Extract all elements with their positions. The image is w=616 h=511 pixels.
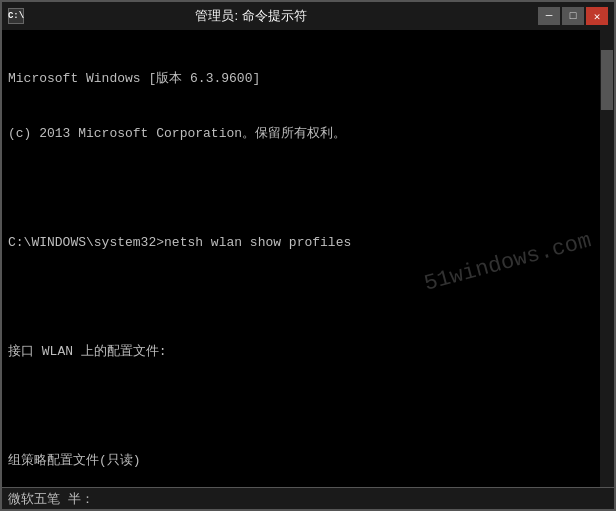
title-bar: C:\ 管理员: 命令提示符 ─ □ ✕ — [2, 2, 614, 30]
status-bar: 微软五笔 半： — [2, 487, 614, 509]
scrollbar[interactable] — [600, 30, 614, 487]
cmd-icon: C:\ — [8, 8, 24, 24]
line-3 — [8, 180, 608, 198]
cmd-window: C:\ 管理员: 命令提示符 ─ □ ✕ Microsoft Windows [… — [0, 0, 616, 511]
line-7 — [8, 398, 608, 416]
line-6: 接口 WLAN 上的配置文件: — [8, 343, 608, 361]
maximize-button[interactable]: □ — [562, 7, 584, 25]
window-controls: ─ □ ✕ — [538, 7, 608, 25]
scrollbar-thumb[interactable] — [601, 50, 613, 110]
status-text: 微软五笔 半： — [8, 490, 94, 508]
line-8: 组策略配置文件(只读) — [8, 452, 608, 470]
line-4: C:\WINDOWS\system32>netsh wlan show prof… — [8, 234, 608, 252]
line-5 — [8, 289, 608, 307]
console-area[interactable]: Microsoft Windows [版本 6.3.9600] (c) 2013… — [2, 30, 614, 487]
title-bar-left: C:\ — [8, 8, 24, 24]
line-2: (c) 2013 Microsoft Corporation。保留所有权利。 — [8, 125, 608, 143]
close-button[interactable]: ✕ — [586, 7, 608, 25]
window-title: 管理员: 命令提示符 — [24, 7, 478, 25]
minimize-button[interactable]: ─ — [538, 7, 560, 25]
console-output: Microsoft Windows [版本 6.3.9600] (c) 2013… — [8, 34, 608, 487]
line-1: Microsoft Windows [版本 6.3.9600] — [8, 70, 608, 88]
